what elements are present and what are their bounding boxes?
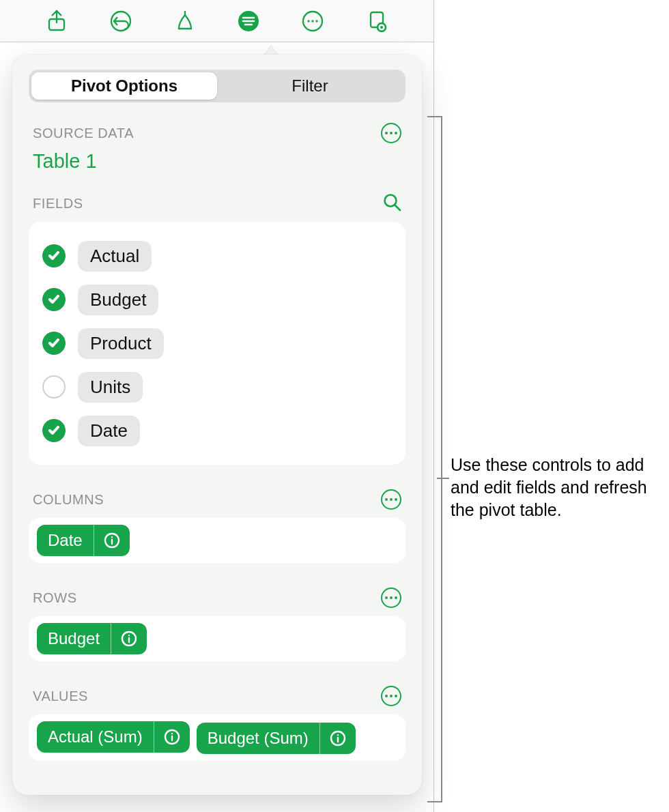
field-row-product[interactable]: Product <box>42 321 392 365</box>
smart-category-icon[interactable] <box>362 7 391 35</box>
tab-filter[interactable]: Filter <box>217 72 403 100</box>
callout-bracket <box>429 116 442 802</box>
field-row-date[interactable]: Date <box>42 409 392 452</box>
row-chip-budget[interactable]: Budget <box>37 623 147 654</box>
source-data-table-name[interactable]: Table 1 <box>12 145 422 173</box>
source-data-title: SOURCE DATA <box>33 126 134 141</box>
segmented-control: Pivot Options Filter <box>29 70 405 102</box>
field-check-actual[interactable] <box>42 244 66 267</box>
values-title: VALUES <box>33 688 88 704</box>
fields-title: FIELDS <box>33 196 83 212</box>
pivot-options-popover: Pivot Options Filter SOURCE DATA Table 1… <box>12 55 422 795</box>
chip-label: Budget (Sum) <box>197 723 319 754</box>
popover-pointer <box>257 42 285 56</box>
rows-title: ROWS <box>33 590 77 606</box>
field-check-units[interactable] <box>42 375 66 398</box>
fields-header: FIELDS <box>12 192 422 215</box>
tab-pivot-options[interactable]: Pivot Options <box>31 72 217 100</box>
source-data-header: SOURCE DATA <box>12 121 422 145</box>
field-row-actual[interactable]: Actual <box>42 234 392 278</box>
field-check-product[interactable] <box>42 332 66 355</box>
undo-icon[interactable] <box>106 7 135 35</box>
field-check-budget[interactable] <box>42 288 66 311</box>
column-chip-date[interactable]: Date <box>37 525 130 556</box>
value-chip-budget-sum[interactable]: Budget (Sum) <box>197 723 356 754</box>
fields-list: Actual Budget Product Units Date <box>29 222 405 465</box>
svg-point-11 <box>385 195 397 207</box>
callout-text: Use these controls to add and edit field… <box>451 454 662 521</box>
values-zone[interactable]: Actual (Sum) Budget (Sum) <box>29 714 405 761</box>
svg-point-4 <box>308 20 310 22</box>
toolbar <box>0 0 433 42</box>
search-icon[interactable] <box>382 192 401 214</box>
chip-info-icon[interactable] <box>94 525 130 556</box>
callout-tick <box>437 478 449 479</box>
field-pill[interactable]: Product <box>78 328 164 359</box>
chip-info-icon[interactable] <box>154 721 190 753</box>
source-data-more-button[interactable] <box>381 123 401 143</box>
chip-info-icon[interactable] <box>319 723 356 754</box>
pivot-options-icon[interactable] <box>234 7 263 35</box>
share-icon[interactable] <box>42 7 71 35</box>
svg-point-6 <box>316 20 318 22</box>
more-icon[interactable] <box>298 7 327 35</box>
svg-point-5 <box>312 20 314 22</box>
values-header: VALUES <box>12 684 422 708</box>
value-chip-actual-sum[interactable]: Actual (Sum) <box>37 721 190 753</box>
rows-header: ROWS <box>12 586 422 609</box>
columns-title: COLUMNS <box>33 492 104 508</box>
columns-header: COLUMNS <box>12 488 422 511</box>
field-check-date[interactable] <box>42 419 66 442</box>
chip-label: Budget <box>37 623 111 654</box>
field-row-budget[interactable]: Budget <box>42 278 392 321</box>
columns-more-button[interactable] <box>381 489 401 510</box>
field-pill[interactable]: Budget <box>78 285 158 315</box>
values-more-button[interactable] <box>381 686 401 706</box>
chip-label: Date <box>37 525 94 556</box>
chip-info-icon[interactable] <box>111 623 147 654</box>
columns-zone[interactable]: Date <box>29 518 405 563</box>
rows-more-button[interactable] <box>381 588 401 608</box>
format-brush-icon[interactable] <box>171 7 199 35</box>
rows-zone[interactable]: Budget <box>29 616 405 661</box>
field-pill[interactable]: Units <box>78 372 143 403</box>
svg-point-10 <box>380 26 383 29</box>
chip-label: Actual (Sum) <box>37 721 154 753</box>
field-pill[interactable]: Actual <box>78 241 152 272</box>
field-pill[interactable]: Date <box>78 416 140 446</box>
field-row-units[interactable]: Units <box>42 365 392 409</box>
